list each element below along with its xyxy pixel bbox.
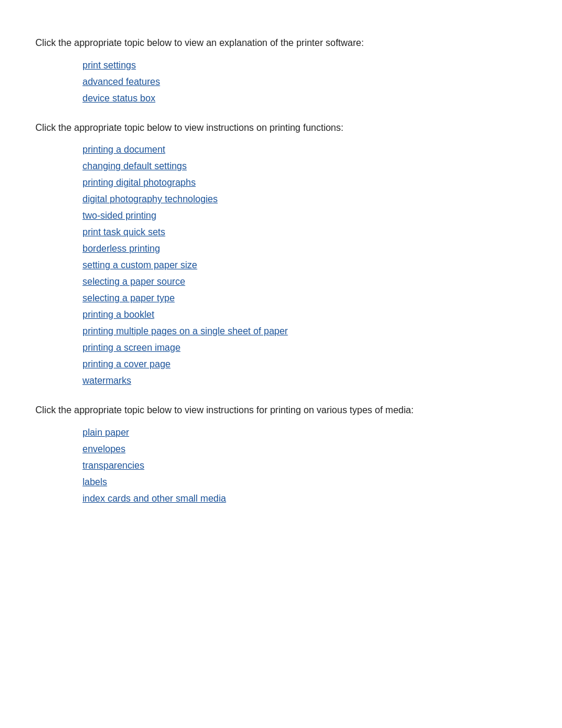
link-labels[interactable]: labels bbox=[82, 477, 527, 487]
link-transparencies[interactable]: transparencies bbox=[82, 460, 527, 471]
link-printing-a-booklet[interactable]: printing a booklet bbox=[82, 309, 527, 320]
section-2-links: printing a documentchanging default sett… bbox=[82, 144, 527, 386]
link-envelopes[interactable]: envelopes bbox=[82, 444, 527, 454]
link-setting-a-custom-paper-size[interactable]: setting a custom paper size bbox=[82, 260, 527, 271]
link-printing-a-document[interactable]: printing a document bbox=[82, 144, 527, 155]
link-selecting-a-paper-source[interactable]: selecting a paper source bbox=[82, 276, 527, 287]
link-plain-paper[interactable]: plain paper bbox=[82, 427, 527, 438]
link-borderless-printing[interactable]: borderless printing bbox=[82, 243, 527, 254]
section-1: Click the appropriate topic below to vie… bbox=[35, 35, 527, 104]
link-printing-digital-photographs[interactable]: printing digital photographs bbox=[82, 177, 527, 188]
link-printing-a-screen-image[interactable]: printing a screen image bbox=[82, 342, 527, 353]
link-two-sided-printing[interactable]: two-sided printing bbox=[82, 210, 527, 221]
section-3-intro: Click the appropriate topic below to vie… bbox=[35, 403, 527, 418]
link-advanced-features[interactable]: advanced features bbox=[82, 77, 527, 87]
link-print-settings[interactable]: print settings bbox=[82, 60, 527, 71]
link-device-status-box[interactable]: device status box bbox=[82, 93, 527, 104]
section-2-intro: Click the appropriate topic below to vie… bbox=[35, 120, 527, 136]
link-index-cards[interactable]: index cards and other small media bbox=[82, 493, 527, 504]
link-selecting-a-paper-type[interactable]: selecting a paper type bbox=[82, 293, 527, 304]
link-printing-a-cover-page[interactable]: printing a cover page bbox=[82, 359, 527, 370]
section-1-intro: Click the appropriate topic below to vie… bbox=[35, 35, 527, 51]
section-1-links: print settingsadvanced featuresdevice st… bbox=[82, 60, 527, 104]
link-watermarks[interactable]: watermarks bbox=[82, 375, 527, 386]
page-content: Click the appropriate topic below to vie… bbox=[35, 35, 527, 504]
link-print-task-quick-sets[interactable]: print task quick sets bbox=[82, 227, 527, 238]
section-3-links: plain paperenvelopestransparencieslabels… bbox=[82, 427, 527, 504]
section-3: Click the appropriate topic below to vie… bbox=[35, 403, 527, 504]
section-2: Click the appropriate topic below to vie… bbox=[35, 120, 527, 387]
link-printing-multiple-pages[interactable]: printing multiple pages on a single shee… bbox=[82, 326, 527, 337]
link-digital-photography-technologies[interactable]: digital photography technologies bbox=[82, 194, 527, 205]
link-changing-default-settings[interactable]: changing default settings bbox=[82, 161, 527, 172]
